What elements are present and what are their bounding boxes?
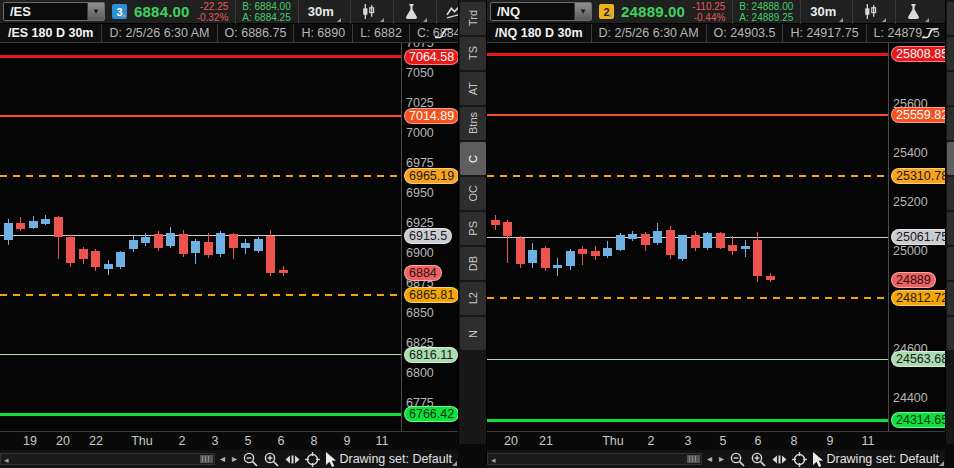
- tab-btns[interactable]: Btns: [460, 107, 486, 140]
- tab-l2[interactable]: L2: [460, 282, 486, 315]
- tab-n[interactable]: N: [460, 317, 486, 350]
- symbol-input[interactable]: /ES: [4, 4, 87, 19]
- zoom-in-icon[interactable]: [750, 451, 767, 468]
- candle-body: [503, 222, 512, 236]
- tab-at[interactable]: AT: [460, 72, 486, 105]
- candlestick-button[interactable]: [350, 0, 386, 24]
- tab-ts[interactable]: TS: [947, 37, 954, 70]
- scrollbar-left-arrow[interactable]: ◂: [491, 455, 496, 465]
- price-bubble: 24889: [891, 272, 936, 288]
- candle-body: [166, 233, 175, 246]
- timeframe-button[interactable]: 30m: [298, 0, 343, 24]
- tab-ps[interactable]: PS: [947, 212, 954, 245]
- tab-ts[interactable]: TS: [460, 37, 486, 70]
- zoom-out-icon[interactable]: [729, 451, 746, 468]
- symbol-box[interactable]: /ES▼: [3, 2, 105, 21]
- tab-trd[interactable]: Trd: [460, 2, 486, 35]
- time-tick: 8: [791, 434, 798, 448]
- cursor-icon[interactable]: [322, 451, 339, 468]
- tab-oc[interactable]: OC: [460, 177, 486, 210]
- linked-badge[interactable]: 2: [599, 4, 614, 19]
- candle-body: [516, 238, 525, 264]
- flask-button[interactable]: [895, 0, 931, 24]
- candle-body: [653, 231, 662, 243]
- crosshair-icon[interactable]: [304, 451, 321, 468]
- tab-l2[interactable]: L2: [947, 282, 954, 315]
- tab-c[interactable]: C: [460, 142, 486, 175]
- symbol-dropdown-button[interactable]: ▼: [87, 3, 104, 20]
- time-tick: 2: [179, 434, 186, 448]
- time-axis[interactable]: 2021Thu23568911: [487, 432, 888, 450]
- gadget-header: /ES▼36884.00-22.25-0.32%B: 6884.00A: 688…: [0, 0, 486, 24]
- price-bubble: 6865.81: [404, 287, 458, 303]
- tab-btns[interactable]: Btns: [947, 107, 954, 140]
- drawing-set-selector[interactable]: Drawing set: Default: [339, 452, 452, 466]
- drawing-set-selector[interactable]: Drawing set: Default: [826, 452, 939, 466]
- time-tick: 9: [827, 434, 834, 448]
- zoom-out-icon[interactable]: [242, 451, 259, 468]
- chart-canvas[interactable]: [487, 43, 888, 431]
- symbol-box[interactable]: /NQ▼: [490, 2, 592, 21]
- chart-statusbar: ◂◂▸Drawing set: Default: [487, 450, 945, 468]
- tab-trd[interactable]: Trd: [947, 2, 954, 35]
- price-axis[interactable]: 7075705070257000697569506925690068756850…: [401, 43, 458, 431]
- scrollbar-track[interactable]: ◂: [0, 453, 215, 465]
- tab-c[interactable]: C: [947, 142, 954, 175]
- scrollbar-left-arrow[interactable]: ◂: [4, 455, 9, 465]
- scrollbar-track[interactable]: ◂: [487, 453, 702, 465]
- candle-body: [204, 242, 213, 255]
- chart-title: /NQ 180 D 30m: [487, 24, 592, 42]
- price-bubble: 6816.11: [404, 347, 458, 363]
- pan-icon[interactable]: [284, 451, 301, 468]
- price-tick: 6800: [406, 366, 434, 381]
- tab-ps[interactable]: PS: [460, 212, 486, 245]
- time-tick: Thu: [602, 434, 624, 448]
- time-tick: 22: [89, 434, 103, 448]
- symbol-input[interactable]: /NQ: [491, 4, 574, 19]
- tab-db[interactable]: DB: [460, 247, 486, 280]
- studies-curve-icon[interactable]: [921, 25, 939, 41]
- tab-db[interactable]: DB: [947, 247, 954, 280]
- scroll-step-left[interactable]: ◂: [220, 453, 225, 464]
- zoom-in-icon[interactable]: [263, 451, 280, 468]
- time-axis[interactable]: 192022Thu23568911: [0, 432, 401, 450]
- scrollbar-thumb[interactable]: [200, 455, 213, 463]
- price-axis[interactable]: 2580025600254002520025000248002460024400…: [888, 43, 945, 431]
- tab-at[interactable]: AT: [947, 72, 954, 105]
- flask-button[interactable]: [393, 0, 429, 24]
- tab-label: OC: [467, 185, 479, 202]
- level-line-dashed: [0, 175, 401, 177]
- level-line: [487, 114, 888, 116]
- change-percent: -0.44%: [692, 12, 725, 23]
- tab-oc[interactable]: OC: [947, 177, 954, 210]
- tab-n[interactable]: N: [947, 317, 954, 350]
- symbol-dropdown-button[interactable]: ▼: [574, 3, 591, 20]
- resize-corner[interactable]: [939, 461, 944, 466]
- ohlc-cell-0: D: 2/5/26 6:30 AM: [102, 24, 217, 42]
- resize-corner[interactable]: [452, 461, 457, 466]
- pan-icon[interactable]: [771, 451, 788, 468]
- price-tick: 25000: [893, 244, 928, 259]
- scroll-step-right[interactable]: ▸: [232, 453, 237, 464]
- ohlc-cell-2: H: 6890: [294, 24, 353, 42]
- scroll-step-left[interactable]: ◂: [707, 453, 712, 464]
- candle-body: [254, 239, 263, 251]
- studies-curve-icon[interactable]: [434, 25, 452, 41]
- price-bubble: 25061.75: [891, 229, 945, 245]
- last-price: 6884.00: [134, 3, 190, 20]
- tab-label: C: [467, 155, 479, 163]
- cursor-icon[interactable]: [809, 451, 826, 468]
- scroll-step-right[interactable]: ▸: [719, 453, 724, 464]
- price-tick: 6950: [406, 186, 434, 201]
- candle-body: [129, 240, 138, 250]
- candle-body: [116, 252, 125, 268]
- candle-body: [16, 223, 25, 229]
- chart-gadget-nq: /NQ▼224889.00-110.25-0.44%B: 24888.00A: …: [487, 0, 954, 468]
- candlestick-button[interactable]: [852, 0, 888, 24]
- crosshair-icon[interactable]: [791, 451, 808, 468]
- price-tick: 24400: [893, 391, 928, 406]
- linked-badge[interactable]: 3: [112, 4, 127, 19]
- scrollbar-thumb[interactable]: [687, 455, 700, 463]
- timeframe-button[interactable]: 30m: [800, 0, 845, 24]
- chart-canvas[interactable]: [0, 43, 401, 431]
